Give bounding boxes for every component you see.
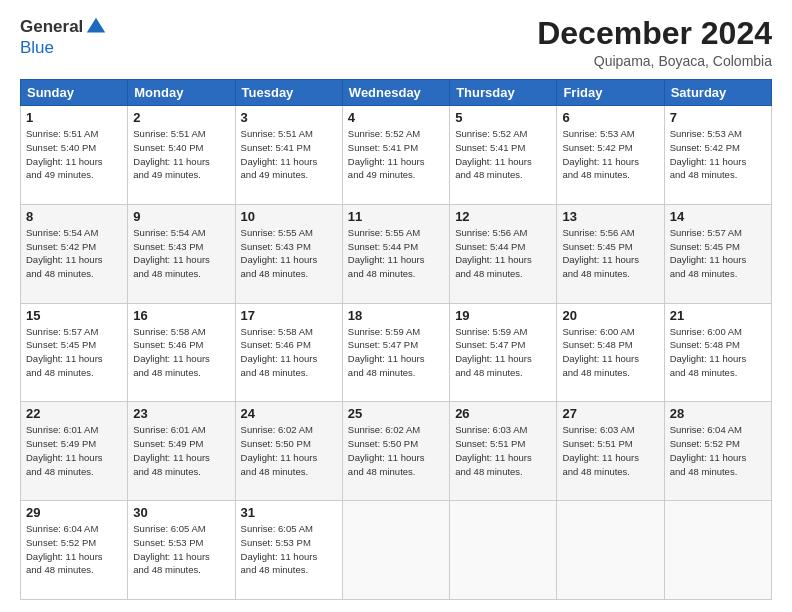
day-number: 1 [26,110,122,125]
day-number: 15 [26,308,122,323]
day-info: Sunrise: 5:58 AMSunset: 5:46 PMDaylight:… [133,325,229,380]
day-info: Sunrise: 5:56 AMSunset: 5:44 PMDaylight:… [455,226,551,281]
day-info: Sunrise: 5:55 AMSunset: 5:43 PMDaylight:… [241,226,337,281]
day-info: Sunrise: 5:56 AMSunset: 5:45 PMDaylight:… [562,226,658,281]
day-number: 25 [348,406,444,421]
col-header-saturday: Saturday [664,80,771,106]
day-cell-6: 6Sunrise: 5:53 AMSunset: 5:42 PMDaylight… [557,106,664,205]
day-cell-14: 14Sunrise: 5:57 AMSunset: 5:45 PMDayligh… [664,204,771,303]
day-cell-23: 23Sunrise: 6:01 AMSunset: 5:49 PMDayligh… [128,402,235,501]
day-cell-22: 22Sunrise: 6:01 AMSunset: 5:49 PMDayligh… [21,402,128,501]
day-number: 24 [241,406,337,421]
empty-cell [557,501,664,600]
day-number: 8 [26,209,122,224]
day-cell-11: 11Sunrise: 5:55 AMSunset: 5:44 PMDayligh… [342,204,449,303]
day-info: Sunrise: 6:00 AMSunset: 5:48 PMDaylight:… [670,325,766,380]
day-number: 27 [562,406,658,421]
day-cell-17: 17Sunrise: 5:58 AMSunset: 5:46 PMDayligh… [235,303,342,402]
day-number: 14 [670,209,766,224]
day-cell-21: 21Sunrise: 6:00 AMSunset: 5:48 PMDayligh… [664,303,771,402]
day-cell-26: 26Sunrise: 6:03 AMSunset: 5:51 PMDayligh… [450,402,557,501]
day-cell-3: 3Sunrise: 5:51 AMSunset: 5:41 PMDaylight… [235,106,342,205]
day-cell-20: 20Sunrise: 6:00 AMSunset: 5:48 PMDayligh… [557,303,664,402]
day-cell-13: 13Sunrise: 5:56 AMSunset: 5:45 PMDayligh… [557,204,664,303]
logo-general-text: General [20,17,83,37]
day-cell-8: 8Sunrise: 5:54 AMSunset: 5:42 PMDaylight… [21,204,128,303]
day-info: Sunrise: 5:57 AMSunset: 5:45 PMDaylight:… [26,325,122,380]
col-header-wednesday: Wednesday [342,80,449,106]
day-cell-27: 27Sunrise: 6:03 AMSunset: 5:51 PMDayligh… [557,402,664,501]
day-cell-29: 29Sunrise: 6:04 AMSunset: 5:52 PMDayligh… [21,501,128,600]
day-info: Sunrise: 6:01 AMSunset: 5:49 PMDaylight:… [26,423,122,478]
day-info: Sunrise: 5:59 AMSunset: 5:47 PMDaylight:… [348,325,444,380]
day-number: 29 [26,505,122,520]
day-number: 20 [562,308,658,323]
day-cell-19: 19Sunrise: 5:59 AMSunset: 5:47 PMDayligh… [450,303,557,402]
day-cell-31: 31Sunrise: 6:05 AMSunset: 5:53 PMDayligh… [235,501,342,600]
day-info: Sunrise: 6:04 AMSunset: 5:52 PMDaylight:… [26,522,122,577]
day-number: 4 [348,110,444,125]
day-number: 10 [241,209,337,224]
day-info: Sunrise: 6:00 AMSunset: 5:48 PMDaylight:… [562,325,658,380]
day-number: 3 [241,110,337,125]
day-number: 17 [241,308,337,323]
day-info: Sunrise: 5:53 AMSunset: 5:42 PMDaylight:… [670,127,766,182]
day-info: Sunrise: 6:03 AMSunset: 5:51 PMDaylight:… [455,423,551,478]
day-cell-9: 9Sunrise: 5:54 AMSunset: 5:43 PMDaylight… [128,204,235,303]
day-info: Sunrise: 5:54 AMSunset: 5:42 PMDaylight:… [26,226,122,281]
day-info: Sunrise: 5:51 AMSunset: 5:40 PMDaylight:… [133,127,229,182]
week-row-4: 22Sunrise: 6:01 AMSunset: 5:49 PMDayligh… [21,402,772,501]
day-number: 31 [241,505,337,520]
day-cell-24: 24Sunrise: 6:02 AMSunset: 5:50 PMDayligh… [235,402,342,501]
day-info: Sunrise: 5:58 AMSunset: 5:46 PMDaylight:… [241,325,337,380]
calendar-table: SundayMondayTuesdayWednesdayThursdayFrid… [20,79,772,600]
day-number: 2 [133,110,229,125]
day-cell-15: 15Sunrise: 5:57 AMSunset: 5:45 PMDayligh… [21,303,128,402]
day-number: 11 [348,209,444,224]
day-number: 18 [348,308,444,323]
logo-blue-text: Blue [20,38,54,57]
day-cell-7: 7Sunrise: 5:53 AMSunset: 5:42 PMDaylight… [664,106,771,205]
empty-cell [342,501,449,600]
day-cell-18: 18Sunrise: 5:59 AMSunset: 5:47 PMDayligh… [342,303,449,402]
day-cell-25: 25Sunrise: 6:02 AMSunset: 5:50 PMDayligh… [342,402,449,501]
day-info: Sunrise: 6:05 AMSunset: 5:53 PMDaylight:… [133,522,229,577]
day-info: Sunrise: 6:02 AMSunset: 5:50 PMDaylight:… [348,423,444,478]
day-info: Sunrise: 5:59 AMSunset: 5:47 PMDaylight:… [455,325,551,380]
svg-marker-0 [87,18,105,33]
day-cell-10: 10Sunrise: 5:55 AMSunset: 5:43 PMDayligh… [235,204,342,303]
day-cell-30: 30Sunrise: 6:05 AMSunset: 5:53 PMDayligh… [128,501,235,600]
day-number: 9 [133,209,229,224]
day-info: Sunrise: 5:55 AMSunset: 5:44 PMDaylight:… [348,226,444,281]
day-number: 22 [26,406,122,421]
location: Quipama, Boyaca, Colombia [537,53,772,69]
day-number: 23 [133,406,229,421]
day-cell-1: 1Sunrise: 5:51 AMSunset: 5:40 PMDaylight… [21,106,128,205]
logo-icon [85,16,107,38]
day-number: 7 [670,110,766,125]
col-header-sunday: Sunday [21,80,128,106]
week-row-2: 8Sunrise: 5:54 AMSunset: 5:42 PMDaylight… [21,204,772,303]
day-info: Sunrise: 5:52 AMSunset: 5:41 PMDaylight:… [348,127,444,182]
day-info: Sunrise: 5:53 AMSunset: 5:42 PMDaylight:… [562,127,658,182]
logo: General Blue [20,16,107,58]
day-cell-2: 2Sunrise: 5:51 AMSunset: 5:40 PMDaylight… [128,106,235,205]
title-block: December 2024 Quipama, Boyaca, Colombia [537,16,772,69]
col-header-monday: Monday [128,80,235,106]
day-cell-12: 12Sunrise: 5:56 AMSunset: 5:44 PMDayligh… [450,204,557,303]
day-number: 6 [562,110,658,125]
col-header-tuesday: Tuesday [235,80,342,106]
day-info: Sunrise: 6:04 AMSunset: 5:52 PMDaylight:… [670,423,766,478]
day-info: Sunrise: 5:54 AMSunset: 5:43 PMDaylight:… [133,226,229,281]
day-number: 26 [455,406,551,421]
day-number: 28 [670,406,766,421]
week-row-5: 29Sunrise: 6:04 AMSunset: 5:52 PMDayligh… [21,501,772,600]
header-row: SundayMondayTuesdayWednesdayThursdayFrid… [21,80,772,106]
week-row-3: 15Sunrise: 5:57 AMSunset: 5:45 PMDayligh… [21,303,772,402]
day-info: Sunrise: 6:01 AMSunset: 5:49 PMDaylight:… [133,423,229,478]
calendar-page: General Blue December 2024 Quipama, Boya… [0,0,792,612]
col-header-friday: Friday [557,80,664,106]
day-number: 21 [670,308,766,323]
day-cell-4: 4Sunrise: 5:52 AMSunset: 5:41 PMDaylight… [342,106,449,205]
day-info: Sunrise: 5:51 AMSunset: 5:40 PMDaylight:… [26,127,122,182]
